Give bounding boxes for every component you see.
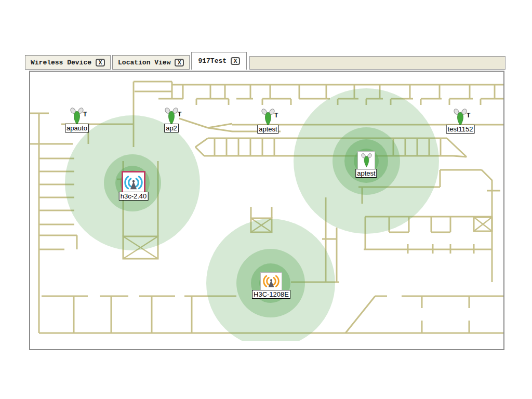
- tab-wireless-device[interactable]: Wireless DeviceX: [25, 55, 111, 70]
- ap-marker-ap2[interactable]: Tap2: [163, 107, 180, 128]
- floorplan-wall: [208, 128, 232, 131]
- close-icon[interactable]: X: [175, 59, 184, 66]
- floorplan-wall: [345, 296, 375, 333]
- ap-label: h3c-2.40: [119, 192, 149, 201]
- ap-label: apauto: [65, 124, 89, 132]
- antenna-type-marker: T: [83, 111, 87, 118]
- ap-marker-aptest[interactable]: aptest: [357, 151, 375, 171]
- ap-frame: [357, 151, 375, 171]
- antenna-type-marker: T: [467, 112, 470, 119]
- floorplan-wall: [195, 138, 208, 147]
- close-icon[interactable]: X: [96, 59, 105, 66]
- floorplan-wall: [208, 124, 232, 128]
- radio-wave-icon: [124, 172, 143, 193]
- ap-marker-apauto[interactable]: Tapauto: [68, 107, 86, 128]
- ap-label: ap2: [164, 124, 179, 132]
- antenna-icon: [360, 153, 374, 170]
- tab-917test[interactable]: 917TestX: [191, 52, 247, 70]
- tab-label: Location View: [118, 59, 170, 66]
- floorplan-wall: [482, 170, 492, 180]
- tab-bar: Wireless DeviceXLocation ViewX917TestX: [25, 51, 506, 70]
- ap-frame: [260, 272, 282, 291]
- floorplan-wall: [447, 138, 467, 157]
- ap-marker-test1152[interactable]: Ttest1152: [451, 108, 469, 129]
- floorplan-wall: [195, 147, 204, 156]
- tab-location-view[interactable]: Location ViewX: [112, 55, 190, 70]
- ap-label: test1152: [446, 125, 475, 134]
- ap-marker-aptest-top[interactable]: Taptest: [259, 108, 277, 129]
- close-icon[interactable]: X: [231, 57, 240, 65]
- tab-strip-filler: [249, 56, 506, 70]
- antenna-type-marker: T: [178, 111, 181, 118]
- ap-label: aptest: [355, 169, 377, 178]
- ap-label: H3C-1208E: [252, 290, 290, 299]
- tab-label: 917Test: [198, 57, 227, 65]
- ap-marker-h3c-2.40[interactable]: h3c-2.40: [122, 171, 145, 195]
- ap-marker-H3C-1208E[interactable]: H3C-1208E: [260, 272, 282, 291]
- floorplan-wall: [454, 156, 467, 157]
- radio-wave-icon: [262, 272, 280, 291]
- floorplan-wall: [179, 118, 208, 128]
- tab-label: Wireless Device: [31, 59, 91, 66]
- ap-label: aptest: [257, 125, 278, 134]
- antenna-type-marker: T: [274, 112, 278, 119]
